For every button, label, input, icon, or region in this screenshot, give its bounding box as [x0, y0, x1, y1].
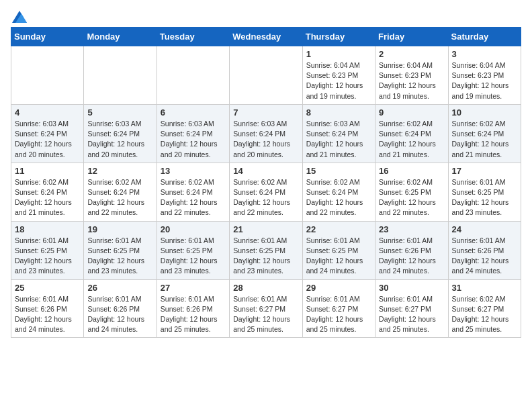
calendar-day-cell: 11Sunrise: 6:02 AM Sunset: 6:24 PM Dayli… [11, 163, 84, 221]
day-number: 12 [87, 166, 152, 176]
calendar-day-cell: 23Sunrise: 6:01 AM Sunset: 6:26 PM Dayli… [375, 221, 448, 279]
calendar-day-cell: 19Sunrise: 6:01 AM Sunset: 6:25 PM Dayli… [84, 221, 157, 279]
calendar-day-cell [230, 46, 302, 105]
day-info: Sunrise: 6:03 AM Sunset: 6:24 PM Dayligh… [87, 119, 152, 160]
day-number: 4 [15, 107, 80, 118]
calendar-day-cell: 26Sunrise: 6:01 AM Sunset: 6:26 PM Dayli… [84, 279, 157, 338]
day-info: Sunrise: 6:01 AM Sunset: 6:25 PM Dayligh… [87, 236, 152, 277]
day-number: 5 [87, 107, 152, 118]
day-number: 13 [161, 166, 226, 176]
day-info: Sunrise: 6:01 AM Sunset: 6:27 PM Dayligh… [379, 294, 444, 335]
day-number: 14 [233, 166, 298, 176]
day-number: 16 [379, 166, 444, 176]
day-info: Sunrise: 6:02 AM Sunset: 6:27 PM Dayligh… [452, 294, 517, 335]
day-info: Sunrise: 6:01 AM Sunset: 6:25 PM Dayligh… [452, 177, 517, 218]
calendar-day-cell: 5Sunrise: 6:03 AM Sunset: 6:24 PM Daylig… [84, 104, 157, 163]
day-number: 8 [306, 107, 371, 118]
day-info: Sunrise: 6:02 AM Sunset: 6:24 PM Dayligh… [161, 177, 226, 218]
day-number: 2 [379, 49, 444, 59]
day-number: 15 [306, 166, 371, 176]
day-number: 19 [87, 224, 152, 234]
day-number: 1 [306, 49, 371, 59]
day-info: Sunrise: 6:02 AM Sunset: 6:24 PM Dayligh… [306, 177, 371, 218]
calendar-day-cell: 21Sunrise: 6:01 AM Sunset: 6:25 PM Dayli… [230, 221, 302, 279]
day-info: Sunrise: 6:01 AM Sunset: 6:27 PM Dayligh… [233, 294, 298, 335]
day-info: Sunrise: 6:03 AM Sunset: 6:24 PM Dayligh… [161, 119, 226, 160]
calendar: SundayMondayTuesdayWednesdayThursdayFrid… [11, 27, 521, 338]
day-info: Sunrise: 6:02 AM Sunset: 6:24 PM Dayligh… [87, 177, 152, 218]
day-number: 31 [452, 283, 517, 293]
calendar-week-row: 1Sunrise: 6:04 AM Sunset: 6:23 PM Daylig… [11, 46, 521, 105]
day-info: Sunrise: 6:04 AM Sunset: 6:23 PM Dayligh… [379, 60, 444, 101]
calendar-day-cell: 1Sunrise: 6:04 AM Sunset: 6:23 PM Daylig… [302, 46, 375, 105]
day-number: 18 [15, 224, 80, 234]
calendar-header-row: SundayMondayTuesdayWednesdayThursdayFrid… [11, 28, 521, 46]
day-info: Sunrise: 6:01 AM Sunset: 6:25 PM Dayligh… [15, 236, 80, 277]
day-number: 26 [87, 283, 152, 293]
day-number: 22 [306, 224, 371, 234]
day-info: Sunrise: 6:02 AM Sunset: 6:24 PM Dayligh… [452, 119, 517, 160]
day-number: 23 [379, 224, 444, 234]
calendar-day-cell: 27Sunrise: 6:01 AM Sunset: 6:26 PM Dayli… [157, 279, 229, 338]
calendar-day-cell: 12Sunrise: 6:02 AM Sunset: 6:24 PM Dayli… [84, 163, 157, 221]
day-number: 10 [452, 107, 517, 118]
day-number: 11 [15, 166, 80, 176]
calendar-day-cell: 4Sunrise: 6:03 AM Sunset: 6:24 PM Daylig… [11, 104, 84, 163]
day-number: 28 [233, 283, 298, 293]
day-info: Sunrise: 6:02 AM Sunset: 6:25 PM Dayligh… [379, 177, 444, 218]
calendar-day-cell: 16Sunrise: 6:02 AM Sunset: 6:25 PM Dayli… [375, 163, 448, 221]
day-info: Sunrise: 6:02 AM Sunset: 6:24 PM Dayligh… [379, 119, 444, 160]
day-info: Sunrise: 6:02 AM Sunset: 6:24 PM Dayligh… [15, 177, 80, 218]
day-info: Sunrise: 6:04 AM Sunset: 6:23 PM Dayligh… [306, 60, 371, 101]
day-number: 7 [233, 107, 298, 118]
day-info: Sunrise: 6:01 AM Sunset: 6:26 PM Dayligh… [161, 294, 226, 335]
calendar-week-row: 4Sunrise: 6:03 AM Sunset: 6:24 PM Daylig… [11, 104, 521, 163]
day-info: Sunrise: 6:01 AM Sunset: 6:26 PM Dayligh… [452, 236, 517, 277]
calendar-day-cell: 25Sunrise: 6:01 AM Sunset: 6:26 PM Dayli… [11, 279, 84, 338]
calendar-day-cell: 17Sunrise: 6:01 AM Sunset: 6:25 PM Dayli… [448, 163, 521, 221]
calendar-day-cell [11, 46, 84, 105]
day-info: Sunrise: 6:01 AM Sunset: 6:25 PM Dayligh… [306, 236, 371, 277]
day-info: Sunrise: 6:03 AM Sunset: 6:24 PM Dayligh… [233, 119, 298, 160]
calendar-day-cell: 10Sunrise: 6:02 AM Sunset: 6:24 PM Dayli… [448, 104, 521, 163]
day-of-week-header: Saturday [448, 28, 521, 46]
day-number: 6 [161, 107, 226, 118]
day-info: Sunrise: 6:01 AM Sunset: 6:25 PM Dayligh… [161, 236, 226, 277]
calendar-day-cell: 8Sunrise: 6:03 AM Sunset: 6:24 PM Daylig… [302, 104, 375, 163]
calendar-day-cell [84, 46, 157, 105]
header [11, 11, 521, 20]
calendar-day-cell: 18Sunrise: 6:01 AM Sunset: 6:25 PM Dayli… [11, 221, 84, 279]
day-of-week-header: Monday [84, 28, 157, 46]
calendar-week-row: 18Sunrise: 6:01 AM Sunset: 6:25 PM Dayli… [11, 221, 521, 279]
day-info: Sunrise: 6:01 AM Sunset: 6:26 PM Dayligh… [87, 294, 152, 335]
calendar-day-cell: 30Sunrise: 6:01 AM Sunset: 6:27 PM Dayli… [375, 279, 448, 338]
day-of-week-header: Thursday [302, 28, 375, 46]
day-number: 29 [306, 283, 371, 293]
day-of-week-header: Tuesday [157, 28, 229, 46]
day-number: 9 [379, 107, 444, 118]
logo-icon [12, 11, 27, 23]
calendar-day-cell: 9Sunrise: 6:02 AM Sunset: 6:24 PM Daylig… [375, 104, 448, 163]
calendar-day-cell: 14Sunrise: 6:02 AM Sunset: 6:24 PM Dayli… [230, 163, 302, 221]
calendar-day-cell: 20Sunrise: 6:01 AM Sunset: 6:25 PM Dayli… [157, 221, 229, 279]
day-info: Sunrise: 6:01 AM Sunset: 6:25 PM Dayligh… [233, 236, 298, 277]
calendar-day-cell: 31Sunrise: 6:02 AM Sunset: 6:27 PM Dayli… [448, 279, 521, 338]
day-info: Sunrise: 6:03 AM Sunset: 6:24 PM Dayligh… [15, 119, 80, 160]
day-of-week-header: Sunday [11, 28, 84, 46]
day-number: 20 [161, 224, 226, 234]
calendar-week-row: 11Sunrise: 6:02 AM Sunset: 6:24 PM Dayli… [11, 163, 521, 221]
day-info: Sunrise: 6:01 AM Sunset: 6:26 PM Dayligh… [15, 294, 80, 335]
calendar-day-cell: 2Sunrise: 6:04 AM Sunset: 6:23 PM Daylig… [375, 46, 448, 105]
day-info: Sunrise: 6:04 AM Sunset: 6:23 PM Dayligh… [452, 60, 517, 101]
calendar-week-row: 25Sunrise: 6:01 AM Sunset: 6:26 PM Dayli… [11, 279, 521, 338]
calendar-day-cell: 7Sunrise: 6:03 AM Sunset: 6:24 PM Daylig… [230, 104, 302, 163]
day-of-week-header: Wednesday [230, 28, 302, 46]
calendar-day-cell [157, 46, 229, 105]
logo [11, 11, 27, 20]
day-info: Sunrise: 6:01 AM Sunset: 6:27 PM Dayligh… [306, 294, 371, 335]
day-number: 27 [161, 283, 226, 293]
day-number: 17 [452, 166, 517, 176]
day-number: 30 [379, 283, 444, 293]
day-of-week-header: Friday [375, 28, 448, 46]
day-info: Sunrise: 6:03 AM Sunset: 6:24 PM Dayligh… [306, 119, 371, 160]
